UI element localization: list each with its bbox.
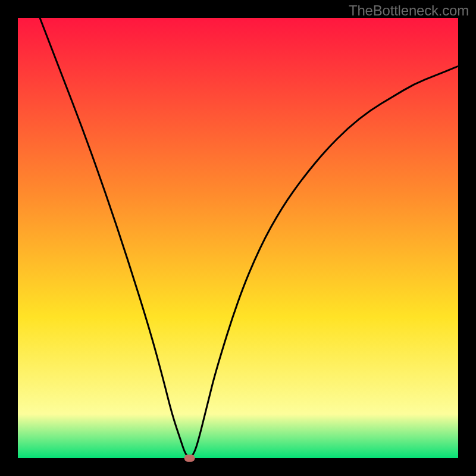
- chart-wrapper: TheBottleneck.com: [0, 0, 476, 476]
- bottleneck-chart: [0, 0, 476, 476]
- attribution-label: TheBottleneck.com: [349, 2, 469, 19]
- plot-background: [18, 18, 458, 458]
- optimal-marker: [184, 455, 195, 462]
